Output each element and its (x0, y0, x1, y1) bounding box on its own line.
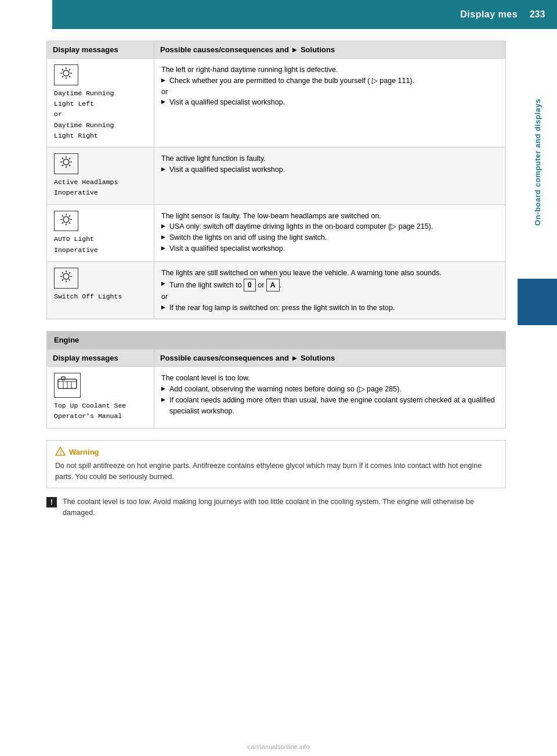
svg-line-34 (62, 279, 63, 280)
info-icon: ! (46, 497, 57, 507)
bullet-4: USA only: switch off daytime driving lig… (161, 221, 498, 232)
msg-cell-switch: Switch Off Lights (47, 262, 154, 319)
engine-table: Display messages Possible causes/consequ… (46, 349, 506, 429)
engine-section-header: Engine (46, 331, 506, 349)
msg-label-active: Active HeadlampsInoperative (54, 177, 147, 199)
page-number-box: 233 (518, 0, 557, 29)
svg-point-9 (63, 159, 69, 165)
msg-cell-coolant: Top Up Coolant SeeOperator's Manual (47, 367, 154, 429)
bullet-2: Visit a qualified specialist workshop. (161, 97, 498, 108)
content-auto: The light sensor is faulty. The low-beam… (154, 204, 506, 261)
watermark: carmanualsonline.info (247, 743, 309, 750)
svg-line-32 (62, 272, 63, 273)
svg-point-27 (63, 273, 69, 279)
col1-header: Display messages (47, 41, 154, 59)
svg-line-6 (69, 76, 70, 77)
warning-title: ! Warning (55, 447, 497, 458)
svg-line-7 (62, 76, 63, 77)
bullet-8: If the rear fog lamp is switched on: pre… (161, 303, 498, 314)
engine-col2-header: Possible causes/consequences and ► Solut… (154, 350, 506, 367)
svg-line-8 (69, 69, 70, 70)
content-daytime: The left or right-hand daytime running l… (154, 59, 506, 147)
info-note: ! The coolant level is too low. Avoid ma… (46, 496, 506, 519)
msg-label-coolant: Top Up Coolant SeeOperator's Manual (54, 401, 147, 422)
svg-line-14 (62, 158, 63, 159)
svg-line-17 (69, 158, 70, 159)
info-note-text: The coolant level is too low. Avoid maki… (63, 496, 506, 519)
svg-line-16 (62, 165, 63, 166)
light-icon-switch (54, 268, 78, 289)
svg-line-35 (69, 272, 70, 273)
table-row: Top Up Coolant SeeOperator's Manual The … (47, 367, 506, 429)
svg-rect-38 (62, 377, 65, 380)
table-row: Switch Off Lights The lights are still s… (47, 262, 506, 319)
svg-line-5 (62, 69, 63, 70)
content-active: The active light function is faulty. Vis… (154, 147, 506, 204)
key-a: A (266, 279, 280, 291)
col2-header: Possible causes/consequences and ► Solut… (154, 41, 506, 59)
svg-point-0 (63, 70, 69, 76)
table-row: Daytime RunningLight LeftorDaytime Runni… (47, 59, 506, 147)
table-row: AUTO LightInoperative The light sensor i… (47, 204, 506, 261)
bullet-6: Visit a qualified specialist workshop. (161, 243, 498, 254)
msg-label-daytime: Daytime RunningLight LeftorDaytime Runni… (54, 88, 147, 142)
msg-label-switch: Switch Off Lights (54, 291, 147, 302)
bullet-5: Switch the lights on and off using the l… (161, 232, 498, 243)
bullet-3: Visit a qualified specialist workshop. (161, 164, 498, 175)
svg-line-15 (69, 165, 70, 166)
main-content: Display messages Possible causes/consequ… (0, 29, 518, 530)
warning-triangle-icon: ! (55, 447, 66, 458)
light-icon-daytime (54, 64, 78, 85)
msg-cell-daytime: Daytime RunningLight LeftorDaytime Runni… (47, 59, 154, 147)
page-number: 233 (530, 9, 545, 20)
coolant-icon (54, 373, 81, 398)
header-bar: Display messages (52, 0, 557, 29)
content-switch: The lights are still switched on when yo… (154, 262, 506, 319)
msg-cell-active: Active HeadlampsInoperative (47, 147, 154, 204)
svg-line-24 (69, 222, 70, 224)
bullet-10: If coolant needs adding more often than … (161, 395, 498, 417)
sidebar-text-container: On-board computer and displays (518, 99, 557, 226)
warning-text: Do not spill antifreeze on hot engine pa… (55, 460, 497, 483)
sidebar-accent (518, 279, 557, 325)
warning-label: Warning (69, 448, 99, 456)
content-coolant: The coolant level is too low. Add coolan… (154, 367, 506, 429)
engine-col1-header: Display messages (47, 350, 154, 367)
bullet-7: Turn the light switch to 0 or A. (161, 279, 498, 291)
msg-label-auto: AUTO LightInoperative (54, 234, 147, 255)
main-display-table: Display messages Possible causes/consequ… (46, 41, 506, 319)
bullet-1: Check whether you are permitted to chang… (161, 75, 498, 87)
light-icon-auto (54, 211, 78, 232)
key-0: 0 (244, 279, 256, 291)
svg-point-18 (63, 217, 69, 222)
svg-text:!: ! (60, 449, 62, 455)
bullet-9: Add coolant, observing the warning notes… (161, 384, 498, 395)
svg-line-23 (62, 215, 63, 217)
msg-cell-auto: AUTO LightInoperative (47, 204, 154, 261)
sidebar-label: On-board computer and displays (533, 99, 542, 226)
warning-box: ! Warning Do not spill antifreeze on hot… (46, 440, 506, 489)
svg-line-25 (62, 222, 63, 224)
svg-line-33 (69, 279, 70, 280)
table-row: Active HeadlampsInoperative The active l… (47, 147, 506, 204)
light-icon-active (54, 153, 78, 174)
svg-line-26 (69, 215, 70, 217)
sidebar: On-board computer and displays (518, 29, 557, 756)
